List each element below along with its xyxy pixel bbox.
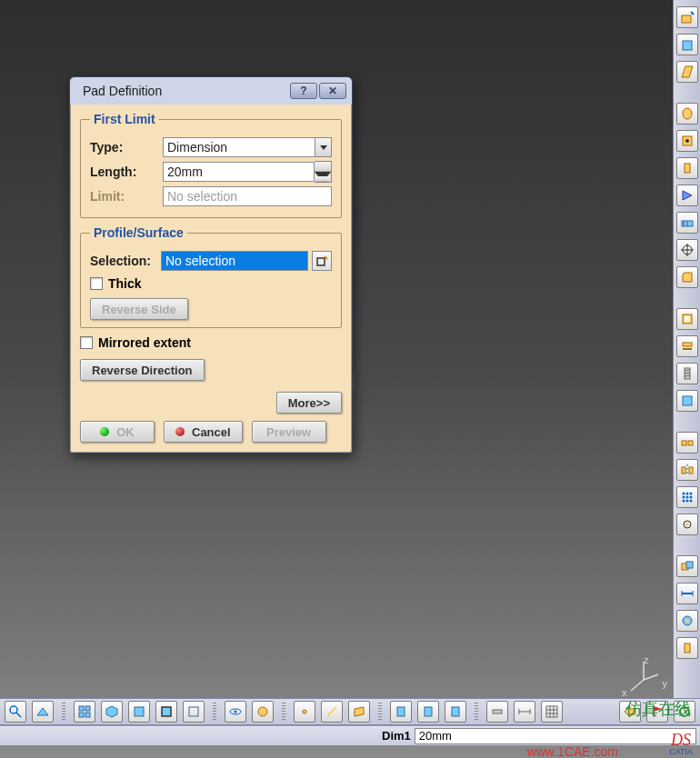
- tool-drafted-icon[interactable]: [676, 61, 698, 83]
- spinner-up-icon[interactable]: [315, 162, 331, 172]
- close-button[interactable]: ✕: [319, 83, 346, 99]
- svg-rect-29: [682, 441, 686, 445]
- reverse-direction-button[interactable]: Reverse Direction: [80, 359, 205, 381]
- tool-material-icon[interactable]: [676, 637, 698, 659]
- point-icon[interactable]: [294, 701, 315, 723]
- svg-rect-22: [683, 343, 692, 346]
- grid-icon[interactable]: [541, 701, 563, 723]
- svg-rect-28: [683, 396, 692, 405]
- tool-remove-face-icon[interactable]: [676, 390, 698, 412]
- mirrored-extent-checkbox[interactable]: [80, 336, 93, 349]
- toolbar-spacer: [676, 294, 698, 303]
- tool-boolean-icon[interactable]: [676, 555, 698, 577]
- credit-url: www.1CAE.com: [527, 744, 618, 758]
- right-toolbar: [673, 0, 700, 700]
- magnify-icon[interactable]: [5, 701, 26, 723]
- sketch-button[interactable]: [312, 251, 332, 271]
- svg-rect-21: [685, 316, 690, 322]
- tool-pattern-icon[interactable]: [676, 486, 698, 508]
- tool-translate-icon[interactable]: [676, 432, 698, 454]
- constraint-icon[interactable]: [486, 701, 508, 723]
- svg-point-51: [685, 619, 689, 623]
- pad-definition-dialog: Pad Definition ? ✕ First Limit Type: Dim…: [69, 76, 353, 454]
- toolbar-grip[interactable]: [282, 703, 285, 721]
- type-dropdown[interactable]: Dimension: [163, 137, 315, 157]
- length-field[interactable]: 20mm: [163, 162, 315, 182]
- tool-shaft-icon[interactable]: [676, 103, 698, 125]
- line-icon[interactable]: [321, 701, 343, 723]
- dialog-body: First Limit Type: Dimension Length: 20mm…: [70, 105, 352, 453]
- profile-surface-legend: Profile/Surface: [90, 225, 187, 240]
- tool-multisection-icon[interactable]: [676, 212, 698, 234]
- svg-point-37: [682, 496, 685, 499]
- svg-rect-73: [493, 710, 502, 713]
- limit-field: No selection: [163, 186, 332, 206]
- fly-icon[interactable]: [32, 701, 54, 723]
- svg-line-6: [691, 12, 694, 15]
- tool-hole-icon[interactable]: [676, 130, 698, 152]
- svg-point-35: [685, 493, 688, 495]
- svg-line-68: [327, 707, 336, 716]
- body-icon[interactable]: [390, 701, 412, 723]
- tool-measure-icon[interactable]: [676, 583, 698, 604]
- tool-pad-icon[interactable]: [676, 34, 698, 55]
- type-dropdown-button[interactable]: [315, 137, 332, 157]
- tool-cylinder-icon[interactable]: [676, 157, 698, 179]
- sketch-icon: [315, 254, 328, 267]
- svg-point-36: [689, 493, 692, 495]
- iso-view-icon[interactable]: [101, 701, 123, 723]
- ordered-geoset-icon[interactable]: [445, 701, 466, 723]
- svg-point-41: [685, 500, 688, 503]
- tool-crosshair-icon[interactable]: [676, 239, 698, 261]
- help-button[interactable]: ?: [290, 83, 317, 99]
- toolbar-grip[interactable]: [213, 703, 216, 721]
- toolbar-grip[interactable]: [62, 703, 65, 721]
- length-spinner[interactable]: [315, 161, 332, 183]
- tool-analysis-icon[interactable]: [676, 610, 698, 632]
- selection-label: Selection:: [90, 254, 161, 268]
- dialog-titlebar[interactable]: Pad Definition ? ✕: [70, 77, 352, 105]
- toolbar-grip[interactable]: [475, 703, 478, 721]
- shading-icon[interactable]: [128, 701, 150, 723]
- svg-rect-77: [546, 706, 557, 717]
- tool-shell-icon[interactable]: [676, 308, 698, 330]
- tool-mirror-icon[interactable]: [676, 459, 698, 481]
- wireframe-icon[interactable]: [183, 701, 205, 723]
- svg-rect-32: [689, 467, 693, 474]
- svg-point-42: [689, 500, 692, 503]
- thick-checkbox[interactable]: [90, 277, 103, 290]
- more-button[interactable]: More>>: [276, 392, 342, 414]
- svg-rect-57: [85, 706, 90, 711]
- status-dim-field[interactable]: 20mm: [415, 728, 696, 744]
- tool-fillet-icon[interactable]: [676, 266, 698, 288]
- fit-all-icon[interactable]: [74, 701, 95, 723]
- svg-rect-30: [688, 441, 693, 445]
- svg-marker-69: [355, 707, 364, 716]
- selection-field[interactable]: No selection: [161, 251, 308, 271]
- swap-icon[interactable]: [252, 701, 274, 723]
- svg-line-1: [644, 674, 658, 680]
- axis-triad: zyx: [627, 658, 664, 694]
- bottom-toolbar: [0, 698, 700, 725]
- svg-point-11: [685, 139, 689, 143]
- constraint-dim-icon[interactable]: [514, 701, 535, 723]
- plane-icon[interactable]: [348, 701, 370, 723]
- tool-sketch-icon[interactable]: [676, 6, 698, 28]
- tool-thickness-icon[interactable]: [676, 335, 698, 357]
- svg-point-66: [258, 707, 267, 716]
- shading-edges-icon[interactable]: [155, 701, 177, 723]
- hide-show-icon[interactable]: [225, 701, 246, 723]
- toolbar-spacer: [676, 417, 698, 426]
- svg-rect-52: [685, 643, 690, 653]
- geoset-icon[interactable]: [417, 701, 439, 723]
- spinner-down-icon[interactable]: [315, 172, 331, 182]
- cancel-button[interactable]: Cancel: [164, 421, 243, 443]
- tool-rib-icon[interactable]: [676, 185, 698, 206]
- svg-rect-12: [685, 164, 690, 173]
- svg-rect-3: [317, 258, 325, 265]
- tool-scaling-icon[interactable]: [676, 514, 698, 535]
- tool-thread-icon[interactable]: [676, 363, 698, 384]
- first-limit-group: First Limit Type: Dimension Length: 20mm…: [80, 112, 342, 218]
- toolbar-grip[interactable]: [378, 703, 382, 721]
- svg-point-65: [235, 711, 237, 713]
